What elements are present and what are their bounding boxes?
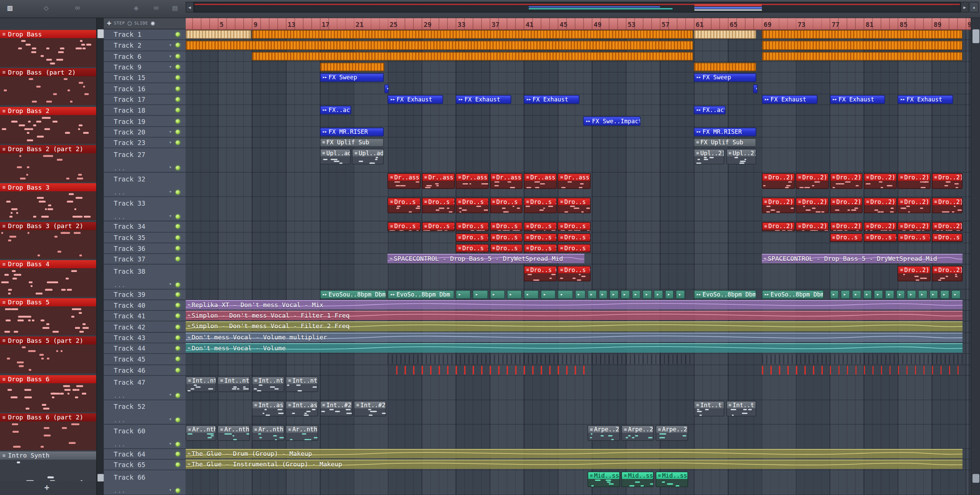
- playlist-track-lane[interactable]: ≈The Glue - Instrumental (Group) - Makeu…: [186, 460, 971, 471]
- playlist-track-lane[interactable]: [186, 40, 971, 51]
- audio-clip[interactable]: ▸: [841, 290, 850, 299]
- audio-clip[interactable]: ▸: [874, 290, 883, 299]
- audio-clip[interactable]: ▸: [558, 290, 573, 299]
- pattern-name[interactable]: ≡Drop Bass: [0, 30, 96, 38]
- track-mute-led[interactable]: [176, 108, 180, 112]
- pattern-clip[interactable]: ≡Dro..s 2: [490, 198, 523, 213]
- track-mute-led[interactable]: [176, 235, 180, 240]
- pattern-clip[interactable]: ≡Mid..ss: [621, 471, 654, 487]
- automation-clip[interactable]: ≈Don't mess Vocal - Volume: [186, 343, 963, 353]
- audio-clip[interactable]: ▸: [852, 290, 861, 299]
- pattern-clip[interactable]: ≡Int..nth: [218, 377, 250, 392]
- playlist-track-lane[interactable]: ≡Dro..s 4≡Dro..s 4≡Dro..s 4≡Dro..s 4≡Dro…: [186, 232, 971, 244]
- track-mute-led[interactable]: [176, 488, 180, 493]
- track-mute-led[interactable]: [176, 190, 180, 195]
- pattern-clip[interactable]: ≡Dr..ass: [524, 173, 557, 189]
- vertical-scrollbar[interactable]: [970, 18, 980, 495]
- audio-clip[interactable]: [762, 52, 963, 60]
- step-toggle[interactable]: [127, 21, 132, 25]
- pattern-clip[interactable]: ≡Dro..2): [898, 222, 931, 231]
- playlist-track-lane[interactable]: ▸▸: [186, 83, 971, 94]
- audio-clip[interactable]: ▸: [385, 84, 389, 93]
- track-mute-led[interactable]: [176, 325, 180, 329]
- playlist-track-lane[interactable]: [186, 51, 971, 62]
- audio-clip[interactable]: ▸: [929, 290, 939, 299]
- pattern-preview[interactable]: [0, 38, 96, 67]
- pattern-clip[interactable]: ≡Dr..ass: [422, 173, 455, 189]
- playlist-track-lane[interactable]: ≈SPACECONTROL - Drop Bass 5 - DryWetSpre…: [186, 254, 971, 265]
- pattern-clip[interactable]: ≡Dro..s 5: [558, 244, 591, 253]
- audio-clip[interactable]: ▸: [885, 290, 894, 299]
- audio-clip[interactable]: ▸▸FX Exhaust: [524, 95, 579, 104]
- pattern-item[interactable]: ≡Drop Bass 2: [0, 107, 96, 143]
- pattern-preview[interactable]: [0, 460, 96, 481]
- track-mute-led[interactable]: [176, 452, 180, 456]
- pattern-name[interactable]: ≡Intro Synth: [0, 452, 96, 460]
- pattern-clip[interactable]: ≡Dro..s 3: [524, 222, 557, 231]
- pattern-preview[interactable]: [0, 230, 96, 258]
- playlist-track-lane[interactable]: ▸▸EvoSou..8bpm Dbm▸▸EvoSo..8bpm Dbm▸▸▸▸▸…: [186, 289, 971, 300]
- audio-clip[interactable]: ▸▸FX Exhaust: [830, 95, 885, 104]
- pattern-name[interactable]: ≡Drop Bass 3: [0, 183, 96, 192]
- audio-clip[interactable]: ▸: [507, 290, 522, 299]
- track-list-item[interactable]: Track 43: [104, 333, 186, 344]
- pattern-name[interactable]: ≡Drop Bass 5 (part 2): [0, 337, 96, 345]
- pattern-clip[interactable]: ≡Ar..nth: [252, 425, 285, 441]
- pattern-preview[interactable]: [0, 115, 96, 143]
- track-mute-led[interactable]: [176, 76, 180, 80]
- pattern-clip[interactable]: ≡Dro..s 4: [524, 233, 557, 242]
- pattern-clip[interactable]: ≡Dro..s 5: [524, 244, 557, 253]
- playlist-track-lane[interactable]: ≈The Glue - Drum (Group) - Makeup: [186, 449, 971, 460]
- pattern-clip[interactable]: ≡Int..ass: [286, 401, 318, 416]
- automation-clip[interactable]: ≈SPACECONTROL - Drop Bass 5 - DryWetSpre…: [388, 254, 584, 264]
- audio-clip[interactable]: ▸: [609, 290, 619, 299]
- track-mute-led[interactable]: [176, 282, 180, 286]
- track-list-item[interactable]: Track 52...▾: [104, 400, 186, 425]
- pattern-clip[interactable]: ≡Dro..2): [830, 173, 862, 189]
- pattern-clip[interactable]: ≡Mid..ss: [655, 471, 688, 487]
- playlist-track-lane[interactable]: [186, 29, 971, 40]
- pattern-clip[interactable]: ≡Dro..2): [796, 173, 829, 189]
- track-list-item[interactable]: Track 9▾: [104, 62, 186, 73]
- playlist-track-lane[interactable]: ≡Dr..ass≡Dr..ass≡Dr..ass≡Dr..ass≡Dr..ass…: [186, 173, 971, 197]
- pattern-clip[interactable]: ≡Dro..s 2: [524, 198, 557, 213]
- scroll-left-button[interactable]: ◀: [186, 2, 194, 13]
- pattern-clip[interactable]: ≡Int..nth: [286, 377, 318, 392]
- automation-clip[interactable]: ≈Replika XT - Don't mess Vocal - Mix: [186, 300, 963, 309]
- audio-clip[interactable]: [694, 30, 756, 39]
- audio-clip[interactable]: [762, 355, 963, 364]
- track-list-item[interactable]: Track 41: [104, 311, 186, 322]
- pattern-clip[interactable]: ≡Dro..s 3: [456, 222, 488, 231]
- pattern-clip[interactable]: ≡Dro..s 2: [558, 198, 591, 213]
- track-mute-led[interactable]: [176, 54, 180, 58]
- audio-clip[interactable]: ▸▸FX..act: [694, 106, 725, 115]
- track-list-item[interactable]: Track 16: [104, 83, 186, 94]
- pattern-clip[interactable]: ≡Dro..s 4: [558, 233, 591, 242]
- pattern-clip[interactable]: ≡Dr..ass: [490, 173, 523, 189]
- playlist-track-lane[interactable]: ≡Dro..s 2≡Dro..s 2≡Dro..s 2≡Dro..s 2≡Dro…: [186, 197, 971, 221]
- pattern-clip[interactable]: ≡Dro..s 2: [456, 198, 488, 213]
- pattern-clip[interactable]: ≡Dro..2): [898, 173, 931, 189]
- pattern-name[interactable]: ≡Drop Bass 2: [0, 107, 96, 115]
- pattern-clip[interactable]: ≡Upl..2): [726, 149, 756, 165]
- track-list-item[interactable]: Track 18: [104, 105, 186, 116]
- track-list-item[interactable]: Track 34: [104, 221, 186, 232]
- track-list-item[interactable]: Track 19: [104, 116, 186, 127]
- track-mute-led[interactable]: [176, 418, 180, 422]
- pattern-clip[interactable]: ≡Dro..s 5: [456, 244, 488, 253]
- pattern-clip[interactable]: ≡Dro..2): [932, 222, 963, 231]
- pattern-clip[interactable]: ≡Upl..ad: [352, 149, 384, 165]
- pattern-preview[interactable]: [0, 345, 96, 374]
- playlist-track-lane[interactable]: ≡Int..ass≡Int..ass≡Int..#2≡Int..#2≡Int..…: [186, 400, 971, 425]
- audio-clip[interactable]: ▸▸FX..act: [320, 106, 352, 115]
- playlist-track-lane[interactable]: ▸▸FX..act▸▸FX..act: [186, 105, 971, 116]
- track-list-item[interactable]: Track 23▾: [104, 137, 186, 148]
- pattern-clip[interactable]: ≡Dro..2): [864, 198, 897, 213]
- track-mute-led[interactable]: [176, 224, 180, 229]
- playlist-track-lane[interactable]: ≡FX Uplif Sub≡FX Uplif Sub: [186, 137, 971, 148]
- pattern-clip[interactable]: ≡Dro..2): [898, 266, 931, 281]
- audio-clip[interactable]: [320, 62, 385, 71]
- audio-clip[interactable]: ▸▸FX Exhaust: [456, 95, 511, 104]
- pattern-clip[interactable]: ≡Dro..2): [830, 198, 862, 213]
- chain-icon[interactable]: ∞: [154, 3, 159, 13]
